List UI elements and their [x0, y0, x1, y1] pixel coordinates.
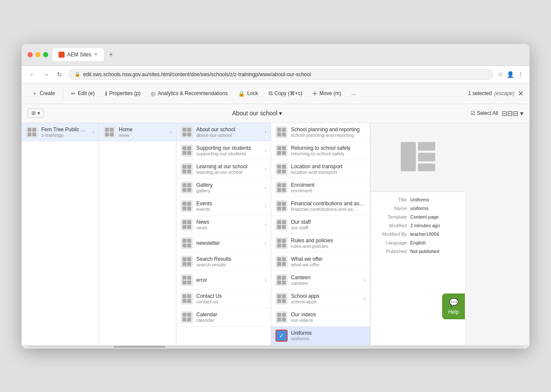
page-thumbnail: [276, 182, 288, 194]
list-item[interactable]: Home www ›: [99, 123, 176, 142]
analytics-button[interactable]: ◎ Analytics & Recommendations: [146, 88, 232, 99]
page-thumbnail: [276, 274, 288, 286]
nav-item-text: Events events: [196, 201, 261, 212]
move-button[interactable]: ✛ Move (m): [308, 88, 346, 99]
select-all-checkbox-icon: ☑: [471, 110, 475, 116]
list-view-icon: ⊟⊟⊟: [501, 109, 518, 117]
back-button[interactable]: ←: [28, 70, 37, 79]
list-item[interactable]: error ›: [176, 271, 271, 290]
page-thumbnail: [276, 237, 288, 249]
create-icon: ＋: [32, 90, 37, 97]
forward-button[interactable]: →: [41, 70, 51, 79]
deselect-button[interactable]: ✕: [518, 90, 523, 98]
more-button[interactable]: ...: [347, 88, 360, 99]
nav-item-text: School apps school-apps: [291, 293, 360, 304]
list-item[interactable]: Fern Tree Public School z-trainingp ›: [22, 123, 99, 142]
minimize-window-btn[interactable]: [35, 52, 40, 57]
name-label: Name: [376, 206, 410, 211]
list-item[interactable]: What we offer what-we-offer: [271, 253, 370, 271]
list-item[interactable]: Financial contributions and as... financ…: [271, 197, 370, 216]
panel-toggle-icon: ⊞: [31, 110, 36, 116]
menu-button[interactable]: ⋮: [517, 71, 523, 78]
copy-button[interactable]: ⧉ Copy (⌘+c): [264, 87, 306, 99]
url-field[interactable]: 🔒 edit.sws.schools.nsw.gov.au/sites.html…: [68, 69, 493, 80]
nav-item-text: Uniforms uniforms: [291, 330, 365, 341]
list-item[interactable]: newsletter ›: [176, 234, 271, 253]
list-item[interactable]: Contact Us contact-us: [176, 290, 271, 308]
bookmark-button[interactable]: ☆: [498, 71, 503, 78]
page-metadata: Title Uniforms Name uniforms Template Co…: [371, 192, 465, 262]
template-label: Template: [376, 214, 410, 219]
svg-rect-3: [418, 164, 435, 171]
nav-item-arrow-icon: ›: [265, 203, 266, 209]
column-title: About our school ▾: [44, 110, 471, 117]
page-thumbnail: [181, 219, 193, 231]
tab-bar: AEM Sites ✕ +: [53, 48, 523, 61]
select-all-button[interactable]: ☑ Select All: [471, 110, 498, 116]
tab-favicon: [59, 52, 65, 58]
list-item[interactable]: Events events ›: [176, 197, 271, 216]
nav-col-2: Home www ›: [99, 123, 176, 345]
active-tab[interactable]: AEM Sites ✕: [53, 48, 104, 61]
uniforms-list-item[interactable]: ✓ Uniforms uniforms: [271, 327, 370, 345]
modified-by-row: Modified By teacher19056: [376, 231, 460, 237]
list-item[interactable]: News news ›: [176, 216, 271, 234]
toolbar: ＋ Create ✏ Edit (e) ℹ Properties (p) ◎ A…: [22, 83, 529, 104]
panel-toggle-button[interactable]: ⊞ ▾: [28, 108, 44, 118]
view-toggle-button[interactable]: ⊟⊟⊟ ▾: [501, 109, 523, 117]
modified-label: Modified: [376, 223, 410, 228]
title-chevron-icon: ▾: [279, 110, 282, 117]
nav-item-text: What we offer what-we-offer: [291, 256, 365, 267]
list-item[interactable]: Enrolment enrolment: [271, 179, 370, 197]
nav-item-text: Financial contributions and as... financ…: [291, 201, 365, 212]
nav-item-text: About our school about-our-school: [196, 127, 261, 138]
list-item[interactable]: Rules and policies rules-and-policies: [271, 234, 370, 253]
escape-hint: (escape): [494, 90, 514, 96]
list-item[interactable]: Gallery gallery ›: [176, 179, 271, 197]
profile-button[interactable]: 👤: [507, 71, 514, 78]
edit-button[interactable]: ✏ Edit (e): [67, 88, 99, 99]
list-item[interactable]: About our school about-our-school ›: [176, 123, 271, 142]
nav-item-arrow-icon: ›: [265, 129, 266, 135]
scrollbar-thumb[interactable]: [114, 346, 165, 348]
nav-item-text: Fern Tree Public School z-trainingp: [41, 127, 89, 138]
help-icon: 💬: [449, 298, 458, 307]
maximize-window-btn[interactable]: [43, 52, 48, 57]
list-item[interactable]: Supporting our students supporting-our-s…: [176, 142, 271, 160]
list-item[interactable]: Canteen canteen ›: [271, 271, 370, 290]
list-item[interactable]: Returning to school safely returning-to-…: [271, 142, 370, 160]
tab-close-btn[interactable]: ✕: [94, 52, 98, 57]
page-thumbnail: [181, 237, 193, 249]
list-item[interactable]: School planning and reporting school-pla…: [271, 123, 370, 142]
page-thumbnail: [276, 293, 288, 305]
nav-item-text: Enrolment enrolment: [291, 182, 365, 193]
list-item[interactable]: Our videos our-videos: [271, 308, 370, 327]
close-window-btn[interactable]: [28, 52, 33, 57]
columns-wrapper: Fern Tree Public School z-trainingp › Ho…: [22, 123, 529, 345]
horizontal-scrollbar[interactable]: [22, 345, 529, 349]
properties-button[interactable]: ℹ Properties (p): [101, 88, 145, 99]
help-button[interactable]: 💬 Help: [442, 293, 465, 319]
create-button[interactable]: ＋ Create: [28, 87, 59, 100]
lock-button[interactable]: 🔒 Lock: [234, 88, 262, 99]
nav-item-arrow-icon: ›: [265, 166, 266, 172]
list-item[interactable]: School apps school-apps ›: [271, 290, 370, 308]
nav-item-arrow-icon: ›: [364, 277, 365, 283]
reload-button[interactable]: ↻: [55, 70, 64, 79]
list-item[interactable]: Calendar calendar: [176, 308, 271, 327]
nav-item-text: Supporting our students supporting-our-s…: [196, 145, 261, 156]
page-thumbnail: [181, 274, 193, 286]
nav-item-arrow-icon: ›: [265, 222, 266, 228]
panel-toggle-chevron: ▾: [37, 110, 40, 116]
page-thumbnail: [276, 256, 288, 268]
list-item[interactable]: Learning at our school learning-at-our-s…: [176, 160, 271, 179]
list-item[interactable]: Location and transport location-and-tran…: [271, 160, 370, 179]
page-thumbnail: [181, 163, 193, 175]
page-thumbnail: [26, 126, 38, 138]
published-label: Published: [376, 249, 410, 254]
list-item[interactable]: Our staff our-staff: [271, 216, 370, 234]
list-item[interactable]: Search Results search-results: [176, 253, 271, 271]
page-thumbnail: [181, 293, 193, 305]
title-row: Title Uniforms: [376, 197, 460, 202]
new-tab-button[interactable]: +: [106, 50, 115, 59]
